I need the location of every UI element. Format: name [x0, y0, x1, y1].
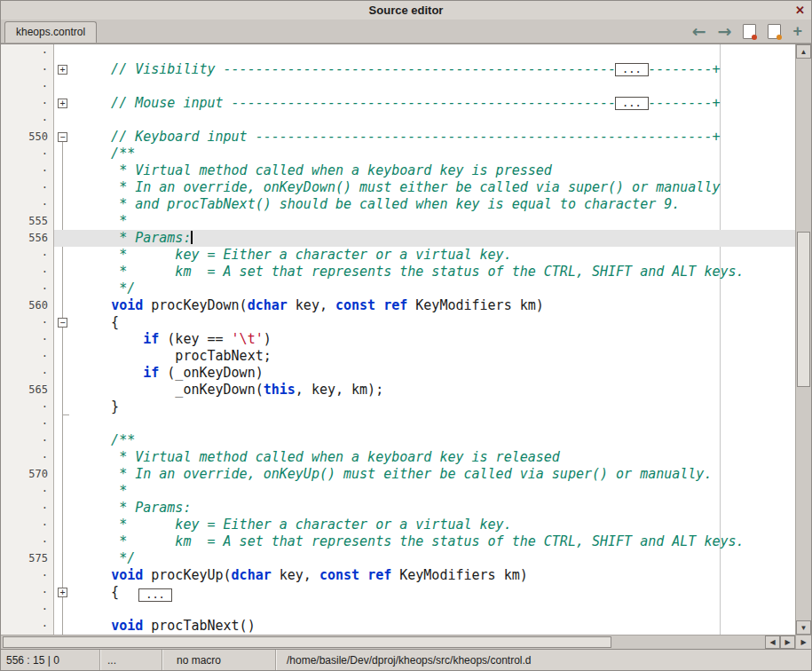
code-line[interactable]: ·+ // Mouse input ----------------------…: [1, 95, 795, 112]
fold-collapse-icon[interactable]: −: [58, 318, 67, 328]
code-text[interactable]: * km = A set that represents the status …: [72, 533, 795, 550]
text-caret: [191, 231, 193, 244]
code-line[interactable]: 560 void procKeyDown(dchar key, const re…: [1, 297, 795, 314]
close-button[interactable]: ✕: [795, 4, 805, 17]
code-line[interactable]: · procTabNext;: [1, 348, 795, 365]
scroll-up-button[interactable]: ▲: [796, 44, 811, 59]
code-line[interactable]: · * km = A set that represents the statu…: [1, 264, 795, 280]
detach-handle-button[interactable]: +: [792, 24, 802, 38]
code-line[interactable]: · * Virtual method called when a keyboar…: [1, 162, 795, 179]
code-line[interactable]: · void procTabNext(): [1, 618, 795, 635]
document-button-1[interactable]: [743, 24, 756, 39]
code-text[interactable]: [72, 44, 795, 61]
code-line[interactable]: · * and procTabNext() should be called w…: [1, 196, 795, 213]
fold-collapse-icon[interactable]: −: [58, 132, 67, 142]
code-text[interactable]: * In an override, onKeyDown() must eithe…: [72, 179, 795, 196]
code-line[interactable]: · * km = A set that represents the statu…: [1, 533, 795, 550]
horizontal-scroll-thumb[interactable]: [3, 636, 611, 648]
code-text[interactable]: {: [72, 314, 795, 331]
tab-kheops-control[interactable]: kheops.control: [4, 21, 97, 43]
code-text[interactable]: * Params:: [72, 230, 795, 247]
code-line[interactable]: · *: [1, 483, 795, 500]
code-line[interactable]: ·+ {...: [1, 584, 795, 601]
scroll-right-button[interactable]: ▶: [780, 635, 795, 649]
code-line[interactable]: ·: [1, 601, 795, 618]
code-line[interactable]: · /**: [1, 146, 795, 162]
code-text[interactable]: * In an override, onKeyUp() must either …: [72, 466, 795, 483]
document-button-2[interactable]: [768, 24, 781, 39]
code-line[interactable]: · * In an override, onKeyDown() must eit…: [1, 179, 795, 196]
code-text[interactable]: * Virtual method called when a keyboard …: [72, 449, 795, 466]
code-line[interactable]: · */: [1, 280, 795, 297]
go-forward-button[interactable]: →: [718, 23, 732, 39]
code-line[interactable]: 550− // Keyboard input -----------------…: [1, 129, 795, 146]
fold-margin-cell: [54, 432, 72, 449]
fold-expand-icon[interactable]: +: [58, 99, 67, 108]
code-text[interactable]: */: [72, 280, 795, 297]
code-text[interactable]: [72, 415, 795, 432]
vertical-scroll-track[interactable]: [796, 59, 811, 620]
code-text[interactable]: *: [72, 483, 795, 500]
vertical-scroll-thumb[interactable]: [797, 232, 810, 387]
code-line[interactable]: ·− {: [1, 314, 795, 331]
code-line[interactable]: ·+ // Visibility -----------------------…: [1, 61, 795, 78]
code-text[interactable]: *: [72, 213, 795, 230]
code-line[interactable]: · * Virtual method called when a keyboar…: [1, 449, 795, 466]
code-text[interactable]: }: [72, 399, 795, 415]
scroll-left-button[interactable]: ◀: [765, 635, 780, 649]
code-line[interactable]: ·: [1, 415, 795, 432]
code-line[interactable]: 575 */: [1, 550, 795, 567]
horizontal-scrollbar[interactable]: ◀ ▶: [1, 635, 795, 649]
line-number-cell: 570: [1, 466, 54, 483]
code-text[interactable]: if (_onKeyDown): [72, 365, 795, 382]
code-line[interactable]: · if (_onKeyDown): [1, 365, 795, 382]
code-line[interactable]: · * key = Either a character or a virtua…: [1, 517, 795, 533]
fold-ellipsis-box[interactable]: ...: [615, 97, 649, 110]
code-text[interactable]: {...: [72, 584, 795, 601]
code-line[interactable]: · /**: [1, 432, 795, 449]
code-line[interactable]: ·: [1, 112, 795, 129]
code-line[interactable]: · if (key == '\t'): [1, 331, 795, 348]
code-text[interactable]: // Visibility --------------------------…: [72, 61, 795, 78]
code-line[interactable]: 570 * In an override, onKeyUp() must eit…: [1, 466, 795, 483]
code-line[interactable]: · * key = Either a character or a virtua…: [1, 247, 795, 264]
code-text[interactable]: if (key == '\t'): [72, 331, 795, 348]
code-line[interactable]: · }: [1, 399, 795, 415]
code-text[interactable]: * key = Either a character or a virtual …: [72, 247, 795, 264]
code-text[interactable]: void procKeyDown(dchar key, const ref Ke…: [72, 297, 795, 314]
code-text[interactable]: void procTabNext(): [72, 618, 795, 635]
code-text[interactable]: [72, 78, 795, 95]
code-line[interactable]: ·: [1, 44, 795, 61]
vertical-scrollbar[interactable]: ▲ ▼: [795, 44, 811, 635]
code-text[interactable]: [72, 112, 795, 129]
editor-lines[interactable]: ··+ // Visibility ----------------------…: [1, 44, 795, 635]
code-text[interactable]: // Mouse input -------------------------…: [72, 95, 795, 112]
code-text[interactable]: * key = Either a character or a virtual …: [72, 517, 795, 533]
fold-ellipsis-box[interactable]: ...: [138, 588, 172, 602]
code-text[interactable]: * and procTabNext() should be called whe…: [72, 196, 795, 213]
code-text[interactable]: // Keyboard input ----------------------…: [72, 129, 795, 146]
code-line[interactable]: 556 * Params:: [1, 230, 795, 247]
code-text[interactable]: procTabNext;: [72, 348, 795, 365]
code-line[interactable]: 555 *: [1, 213, 795, 230]
code-text[interactable]: /**: [72, 146, 795, 162]
code-text[interactable]: * Virtual method called when a keyboard …: [72, 162, 795, 179]
code-text[interactable]: _onKeyDown(this, key, km);: [72, 382, 795, 399]
fold-ellipsis-box[interactable]: ...: [615, 63, 649, 76]
code-line[interactable]: · * Params:: [1, 500, 795, 517]
status-extra: ...: [100, 650, 162, 670]
go-back-button[interactable]: ←: [692, 23, 706, 39]
code-text[interactable]: * km = A set that represents the status …: [72, 264, 795, 280]
fold-expand-icon[interactable]: +: [58, 588, 67, 597]
code-text[interactable]: [72, 601, 795, 618]
code-line[interactable]: · void procKeyUp(dchar key, const ref Ke…: [1, 567, 795, 584]
code-line[interactable]: 565 _onKeyDown(this, key, km);: [1, 382, 795, 399]
code-text[interactable]: */: [72, 550, 795, 567]
fold-expand-icon[interactable]: +: [58, 65, 67, 75]
code-line[interactable]: ·: [1, 78, 795, 95]
code-text[interactable]: void procKeyUp(dchar key, const ref KeyM…: [72, 567, 795, 584]
horizontal-scroll-track[interactable]: [1, 635, 765, 649]
code-text[interactable]: * Params:: [72, 500, 795, 517]
scroll-down-button[interactable]: ▼: [796, 620, 811, 635]
code-text[interactable]: /**: [72, 432, 795, 449]
